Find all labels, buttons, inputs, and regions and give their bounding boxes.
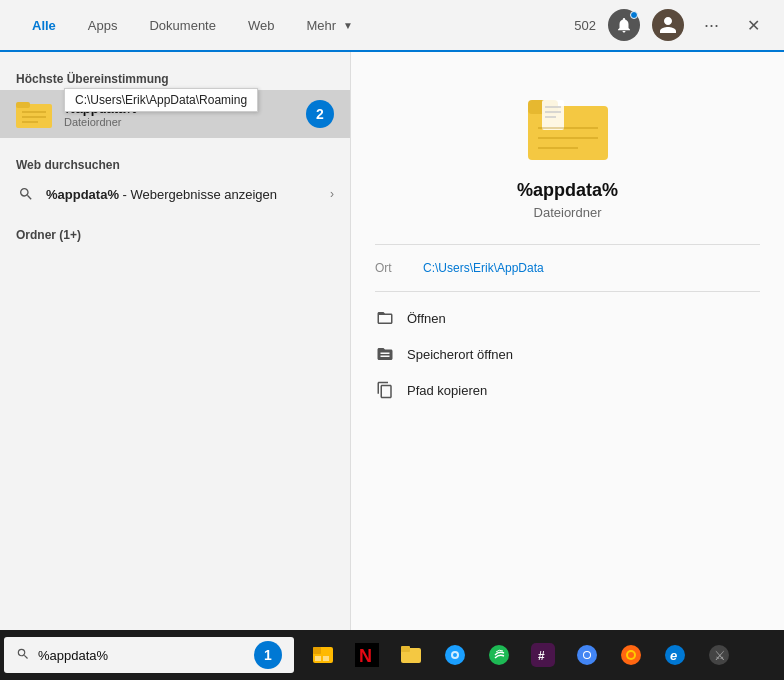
svg-text:#: # xyxy=(538,649,545,663)
detail-folder-icon xyxy=(528,92,608,164)
taskbar-icon-explorer[interactable] xyxy=(302,634,344,676)
step-badge-1: 1 xyxy=(254,641,282,669)
svg-text:N: N xyxy=(359,646,372,666)
svg-rect-16 xyxy=(315,656,321,661)
avatar[interactable] xyxy=(652,9,684,41)
detail-name: %appdata% xyxy=(517,180,618,201)
svg-rect-1 xyxy=(16,102,30,108)
tab-mehr[interactable]: Mehr ▼ xyxy=(290,0,369,52)
folder-open-icon xyxy=(375,308,395,328)
web-section: Web durchsuchen %appdata% - Webergebniss… xyxy=(0,138,350,216)
ellipsis-button[interactable]: ··· xyxy=(696,15,727,36)
tooltip-path: C:\Users\Erik\AppData\Roaming xyxy=(64,88,258,112)
taskbar-icon-files[interactable] xyxy=(390,634,432,676)
ordner-section: Ordner (1+) xyxy=(0,216,350,250)
notification-count: 502 xyxy=(574,18,596,33)
result-type: Dateiordner xyxy=(64,116,137,128)
taskbar-icons: N xyxy=(302,634,740,676)
svg-rect-15 xyxy=(313,647,321,654)
taskbar-icon-netflix[interactable]: N xyxy=(346,634,388,676)
action-open-location[interactable]: Speicherort öffnen xyxy=(375,336,760,372)
action-open[interactable]: Öffnen xyxy=(375,300,760,336)
tab-apps[interactable]: Apps xyxy=(72,0,134,52)
location-row: Ort C:\Users\Erik\AppData xyxy=(375,261,760,275)
taskbar-icon-steam[interactable] xyxy=(434,634,476,676)
taskbar-icon-game[interactable]: ⚔ xyxy=(698,634,740,676)
tab-dokumente[interactable]: Dokumente xyxy=(133,0,231,52)
main-content: Höchste Übereinstimmung C:\Users\Erik\Ap… xyxy=(0,52,784,630)
chevron-right-icon: › xyxy=(330,187,334,201)
search-panel: Alle Apps Dokumente Web Mehr ▼ 502 xyxy=(0,0,784,630)
search-icon xyxy=(16,184,36,204)
chevron-down-icon: ▼ xyxy=(343,20,353,31)
detail-divider-2 xyxy=(375,291,760,292)
right-panel: %appdata% Dateiordner Ort C:\Users\Erik\… xyxy=(350,52,784,630)
svg-rect-5 xyxy=(528,106,608,160)
action-copy-path[interactable]: Pfad kopieren xyxy=(375,372,760,408)
search-input[interactable]: %appdata% xyxy=(38,648,246,663)
notification-dot xyxy=(630,11,638,19)
copy-icon xyxy=(375,380,395,400)
detail-type: Dateiordner xyxy=(534,205,602,220)
svg-point-24 xyxy=(453,653,457,657)
svg-rect-21 xyxy=(401,646,410,652)
tab-alle[interactable]: Alle xyxy=(16,0,72,52)
web-search-item[interactable]: %appdata% - Webergebnisse anzeigen › xyxy=(16,176,334,212)
taskbar-icon-chrome[interactable] xyxy=(566,634,608,676)
taskbar-icon-edge[interactable]: e xyxy=(654,634,696,676)
result-item-appdata[interactable]: C:\Users\Erik\AppData\Roaming %appdata% … xyxy=(0,90,350,138)
best-match-title: Höchste Übereinstimmung xyxy=(0,64,350,90)
web-search-text: %appdata% - Webergebnisse anzeigen xyxy=(46,187,277,202)
svg-text:e: e xyxy=(670,648,677,663)
web-search-title: Web durchsuchen xyxy=(16,150,334,176)
search-bar-icon xyxy=(16,647,30,664)
location-path[interactable]: C:\Users\Erik\AppData xyxy=(423,261,544,275)
taskbar-icon-spotify[interactable] xyxy=(478,634,520,676)
top-nav: Alle Apps Dokumente Web Mehr ▼ 502 xyxy=(0,0,784,52)
ordner-title: Ordner (1+) xyxy=(16,220,334,246)
folder-arrow-icon xyxy=(375,344,395,364)
taskbar: %appdata% 1 N xyxy=(0,630,784,680)
detail-divider-1 xyxy=(375,244,760,245)
svg-point-33 xyxy=(628,652,634,658)
close-button[interactable]: ✕ xyxy=(739,16,768,35)
folder-icon-small xyxy=(16,98,52,130)
svg-text:⚔: ⚔ xyxy=(714,648,726,663)
taskbar-icon-slack[interactable]: # xyxy=(522,634,564,676)
taskbar-icon-firefox[interactable] xyxy=(610,634,652,676)
left-panel: Höchste Übereinstimmung C:\Users\Erik\Ap… xyxy=(0,52,350,630)
svg-point-30 xyxy=(584,652,590,658)
location-label: Ort xyxy=(375,261,415,275)
step-badge-2: 2 xyxy=(306,100,334,128)
svg-rect-17 xyxy=(323,656,329,661)
top-nav-right: 502 ··· ✕ xyxy=(574,9,768,41)
search-bar[interactable]: %appdata% 1 xyxy=(4,637,294,673)
tab-web[interactable]: Web xyxy=(232,0,291,52)
svg-rect-7 xyxy=(542,100,564,130)
notification-icon[interactable] xyxy=(608,9,640,41)
